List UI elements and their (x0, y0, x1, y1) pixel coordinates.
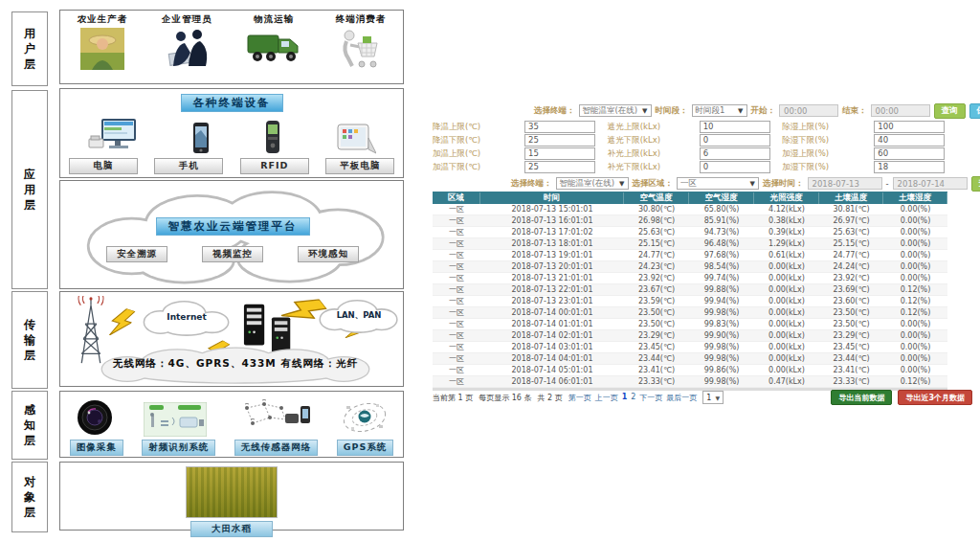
cloud-platform-box: 智慧农业云端管理平台 安全溯源 视频监控 环境感知 (59, 180, 404, 289)
start-time-input[interactable]: 00:00 (779, 104, 838, 117)
terminal-select[interactable]: 智能温室(在线)▼ (579, 104, 652, 117)
table-cell: 30.81(℃) (819, 205, 883, 214)
table-cell: 99.98(%) (689, 354, 754, 363)
table-row: 一区2018-07-13 18:01:0125.15(℃)96.48(%)1.2… (433, 238, 947, 250)
table-row: 一区2018-07-14 06:01:0123.33(℃)99.98(%)0.4… (433, 376, 947, 388)
setting-value-input[interactable]: 18 (874, 161, 945, 173)
layer-tab-label: 应用层 (24, 167, 36, 213)
setting-value-input[interactable]: 60 (874, 147, 945, 160)
layer-tab-object: 对象层 (11, 462, 48, 532)
table-header-cell: 光照强度 (754, 192, 819, 204)
setting-label: 遮光下限(kLx) (608, 135, 700, 147)
gps-system-icon (342, 398, 388, 437)
table-cell: 23.29(℃) (819, 331, 883, 340)
object-layer-box: 大田水稻 (59, 462, 404, 531)
period-select[interactable]: 时间段1▼ (692, 104, 747, 117)
table-cell: 一区 (433, 307, 480, 318)
settings-query-button[interactable]: 查询 (934, 103, 966, 119)
terminal-select-label: 选择终端： (534, 105, 575, 117)
setting-label: 加湿下限(%) (782, 162, 874, 173)
table-cell: 99.98(%) (689, 308, 754, 317)
table-cell: 2018-07-13 16:01:01 (480, 216, 624, 225)
table-cell: 0.47(kLx) (754, 377, 819, 386)
pager-link[interactable]: 1 (622, 393, 628, 403)
time-from-input[interactable]: 2018-07-13 14:33 (808, 177, 882, 190)
table-cell: 23.50(℃) (819, 320, 883, 328)
device-label-computer: 电脑 (69, 158, 138, 174)
period-select-value: 时间段1 (696, 105, 725, 117)
user-item-label: 农业生产者 (78, 13, 128, 26)
table-cell: 99.98(%) (689, 377, 754, 386)
table-cell: 一区 (433, 261, 480, 272)
table-cell: 1.29(kLx) (754, 239, 819, 248)
pager-link[interactable]: 2 (631, 393, 635, 403)
area-select[interactable]: 一区▼ (677, 177, 759, 190)
pager-link[interactable]: 下一页 (639, 393, 662, 403)
internet-label: Internet (137, 312, 236, 322)
table-cell: 一区 (433, 342, 480, 352)
table-cell: 一区 (433, 376, 480, 387)
threshold-settings-grid: 降温上限(℃)35降温下限(℃)25加温上限(℃)15加温下限(℃)25遮光上限… (433, 121, 947, 173)
layer-tab-application: 应用层 (11, 90, 48, 289)
time-to-input[interactable]: 2018-07-14 14:33 (893, 177, 968, 190)
time-range-label: 选择时间： (763, 178, 804, 190)
setting-value-input[interactable]: 0 (700, 134, 770, 147)
table-cell: 23.50(℃) (624, 320, 689, 328)
table-cell: 23.45(℃) (819, 343, 883, 351)
history-query-button[interactable]: 查询 (971, 176, 980, 192)
pager-link[interactable]: 最后一页 (666, 393, 697, 403)
layer-tab-label: 用户层 (24, 26, 36, 72)
setting-value-input[interactable]: 35 (524, 121, 595, 133)
export-range-button[interactable]: 导出近3个月数据 (898, 390, 972, 405)
end-time-input[interactable]: 00:00 (871, 104, 930, 117)
table-cell: 0.12(%) (883, 308, 947, 317)
table-cell: 25.15(℃) (624, 239, 689, 248)
table-cell: 23.50(℃) (819, 308, 883, 317)
table-body: 一区2018-07-13 15:01:0130.80(℃)65.80(%)4.1… (433, 204, 947, 388)
lan-pan-label: LAN、PAN (315, 310, 403, 322)
setting-label: 补光上限(kLx) (608, 148, 700, 160)
perception-label-wsn: 无线传感器网络 (234, 440, 319, 456)
setting-value-input[interactable]: 25 (524, 134, 595, 147)
table-cell: 一区 (433, 204, 480, 215)
table-cell: 0.00(kLx) (754, 274, 819, 282)
page-select[interactable]: 1▼ (702, 391, 724, 404)
table-cell: 一区 (433, 353, 480, 364)
history-terminal-select[interactable]: 智能温室(在线)▼ (556, 177, 629, 190)
setting-value-input[interactable]: 40 (874, 134, 945, 147)
export-current-button[interactable]: 导出当前数据 (831, 390, 892, 405)
setting-value-input[interactable]: 100 (874, 121, 945, 133)
table-cell: 23.50(℃) (624, 308, 689, 317)
device-label-rfid: RFID (240, 158, 309, 174)
perception-layer-box: 图像采集 射频识别系统 无线传感器网络 GPS系统 (59, 391, 404, 458)
perception-label-image: 图像采集 (70, 440, 123, 456)
settings-save-button[interactable]: 保存 (969, 103, 980, 119)
table-row: 一区2018-07-14 03:01:0123.45(℃)99.98(%)0.0… (433, 342, 947, 353)
setting-value-input[interactable]: 6 (700, 147, 770, 160)
table-cell: 一区 (433, 273, 480, 283)
pager-link[interactable]: 上一页 (595, 393, 618, 403)
phone-icon (192, 122, 210, 154)
table-cell: 25.15(℃) (819, 239, 883, 248)
table-header-cell: 空气湿度 (689, 192, 754, 204)
settings-filter-row: 选择终端： 智能温室(在线)▼ 时间段： 时间段1▼ 开始： 00:00 结束：… (534, 103, 980, 118)
layer-tab-user: 用户层 (11, 11, 48, 86)
chevron-down-icon: ▼ (619, 180, 624, 188)
table-cell: 24.24(℃) (819, 262, 883, 271)
setting-label: 除湿上限(%) (782, 122, 874, 133)
setting-value-input[interactable]: 15 (524, 147, 595, 160)
rfid-system-icon (144, 402, 207, 437)
setting-value-input[interactable]: 0 (700, 161, 770, 173)
table-cell: 23.44(℃) (819, 354, 883, 363)
table-header-row: 区域时间空气温度空气湿度光照强度土壤温度土壤湿度 (433, 192, 947, 204)
setting-value-input[interactable]: 25 (524, 161, 595, 173)
pager-link[interactable]: 第一页 (568, 393, 591, 403)
rice-field-image (186, 466, 278, 518)
setting-label: 加温上限(℃) (433, 148, 524, 160)
table-cell: 94.73(%) (689, 228, 754, 237)
setting-label: 补光下限(kLx) (608, 162, 700, 173)
layer-tab-perception: 感知层 (11, 391, 48, 460)
table-cell: 30.80(℃) (624, 205, 689, 214)
setting-value-input[interactable]: 10 (700, 121, 770, 133)
history-filter-row: 选择终端： 智能温室(在线)▼ 选择区域： 一区▼ 选择时间： 2018-07-… (511, 176, 980, 191)
